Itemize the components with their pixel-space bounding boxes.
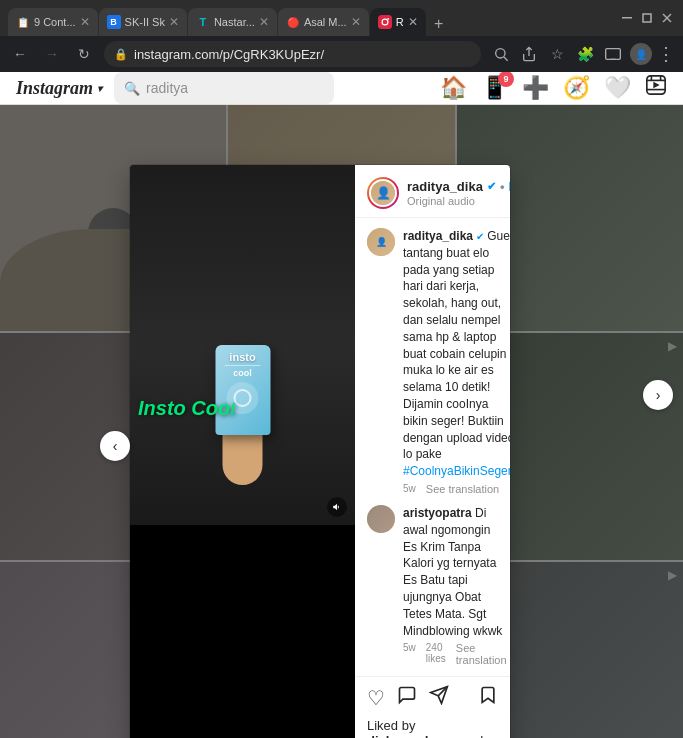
caption-time: 5w [403,483,416,495]
caption-avatar-img: 👤 [367,228,395,256]
share-button[interactable] [517,42,541,66]
caption-hashtag: #CoolnyaBikinSeger! [403,464,510,478]
comment-1-avatar-img [367,505,395,533]
comment-1-avatar [367,505,395,533]
comment-1-see-translation[interactable]: See translation [456,642,507,666]
tab-strip: 📋 9 Cont... ✕ B SK-II Sk ✕ T Nastar... ✕… [8,0,607,36]
tab-3-close[interactable]: ✕ [259,15,269,29]
bookmark-star-button[interactable]: ☆ [545,42,569,66]
save-button[interactable] [478,685,498,710]
post-author-username: raditya_dika [407,179,483,194]
tab-5-label: R [396,16,404,28]
post-caption: 👤 raditya_dika ✔ Gue tantang buat elo pa… [367,228,498,495]
notification-badge: 9 [498,72,514,87]
tab-1[interactable]: 📋 9 Cont... ✕ [8,8,98,36]
tab-4-favicon: 🔴 [286,15,300,29]
close-button[interactable] [659,10,675,26]
logo-chevron-icon: ▾ [97,83,102,94]
tab-1-label: 9 Cont... [34,16,76,28]
comment-1-text: aristyopatra Di awal ngomongin Es Krim T… [403,505,507,639]
url-bar[interactable]: 🔒 instagram.com/p/CgRK3KUpEzr/ [104,41,481,67]
url-text: instagram.com/p/CgRK3KUpEzr/ [134,47,471,62]
see-translation-button[interactable]: See translation [426,483,499,495]
activity-icon[interactable]: 📱 9 [481,75,508,101]
tab-4-label: Asal M... [304,16,347,28]
page-body: ▶ ▶ ‹ [0,105,683,738]
post-comments-section[interactable]: 👤 raditya_dika ✔ Gue tantang buat elo pa… [355,218,510,676]
tab-1-close[interactable]: ✕ [80,15,90,29]
tab-4[interactable]: 🔴 Asal M... ✕ [278,8,369,36]
window-controls [619,10,675,26]
tab-2-close[interactable]: ✕ [169,15,179,29]
instagram-nav: 🏠 📱 9 ➕ 🧭 🤍 [440,74,667,102]
profile-avatar: 👤 [630,43,652,65]
tab-5-favicon [378,15,392,29]
sound-button[interactable] [327,497,347,517]
tab-5[interactable]: R ✕ [370,8,426,36]
verified-icon: ✔ [487,180,496,193]
caption-meta: 5w See translation [403,483,510,495]
insto-overlay-text: Insto Cool [138,397,235,419]
like-button[interactable]: ♡ [367,686,385,710]
post-actions-bar: ♡ [355,676,510,714]
profile-button[interactable]: 👤 [629,42,653,66]
follow-button[interactable]: Follow [508,179,510,194]
instagram-page: Instagram ▾ 🔍 raditya 🏠 📱 9 ➕ 🧭 🤍 [0,72,683,738]
tab-3[interactable]: T Nastar... ✕ [188,8,277,36]
instagram-search-bar[interactable]: 🔍 raditya [114,72,334,104]
next-post-button[interactable]: › [643,380,673,410]
caption-text: raditya_dika ✔ Gue tantang buat elo pada… [403,228,510,480]
share-button[interactable] [429,685,449,710]
back-button[interactable]: ← [8,42,32,66]
caption-body: raditya_dika ✔ Gue tantang buat elo pada… [403,228,510,495]
lock-icon: 🔒 [114,48,128,61]
create-icon[interactable]: ➕ [522,75,549,101]
instagram-header: Instagram ▾ 🔍 raditya 🏠 📱 9 ➕ 🧭 🤍 [0,72,683,105]
reload-button[interactable]: ↻ [72,42,96,66]
svg-rect-0 [378,15,392,29]
forward-button[interactable]: → [40,42,64,66]
svg-rect-3 [622,17,632,19]
tab-5-close[interactable]: ✕ [408,15,418,29]
tab-1-favicon: 📋 [16,15,30,29]
product-type-label: cool [233,368,252,378]
liked-by-username[interactable]: dickypradanas [367,733,458,738]
avatar-image: 👤 [371,181,395,205]
post-author-avatar-ring: 👤 [367,177,399,209]
caption-avatar: 👤 [367,228,395,256]
search-button[interactable] [489,42,513,66]
tab-3-label: Nastar... [214,16,255,28]
tab-2[interactable]: B SK-II Sk ✕ [99,8,187,36]
maximize-button[interactable] [639,10,655,26]
video-text-overlay: Insto Cool [138,397,235,420]
tab-4-close[interactable]: ✕ [351,15,361,29]
heart-icon[interactable]: 🤍 [604,75,631,101]
svg-point-2 [387,18,389,20]
address-bar: ← → ↻ 🔒 instagram.com/p/CgRK3KUpEzr/ ☆ 🧩… [0,36,683,72]
svg-line-8 [504,57,508,61]
dot-separator: • [500,179,505,194]
chrome-cast-button[interactable] [601,42,625,66]
new-tab-button[interactable]: + [427,12,451,36]
hand-visual [223,435,263,485]
instagram-logo: Instagram ▾ [16,78,102,99]
svg-rect-9 [606,49,621,60]
tab-3-favicon: T [196,15,210,29]
minimize-button[interactable] [619,10,635,26]
comment-1-body: aristyopatra Di awal ngomongin Es Krim T… [403,505,507,666]
post-author-avatar: 👤 [369,179,397,207]
chrome-menu-button[interactable]: ⋮ [657,43,675,65]
post-modal: insto cool [130,165,510,738]
reels-icon[interactable] [645,74,667,102]
address-actions: ☆ 🧩 👤 ⋮ [489,42,675,66]
instagram-logo-text: Instagram [16,78,93,99]
post-audio-label: Original audio [407,195,510,207]
svg-rect-4 [643,14,651,22]
comment-1-time: 5w [403,642,416,666]
explore-icon[interactable]: 🧭 [563,75,590,101]
comment-1-body-text: Di awal ngomongin Es Krim Tanpa Kalori y… [403,506,502,638]
extensions-button[interactable]: 🧩 [573,42,597,66]
prev-post-button[interactable]: ‹ [100,431,130,461]
home-icon[interactable]: 🏠 [440,75,467,101]
comment-button[interactable] [397,685,417,710]
